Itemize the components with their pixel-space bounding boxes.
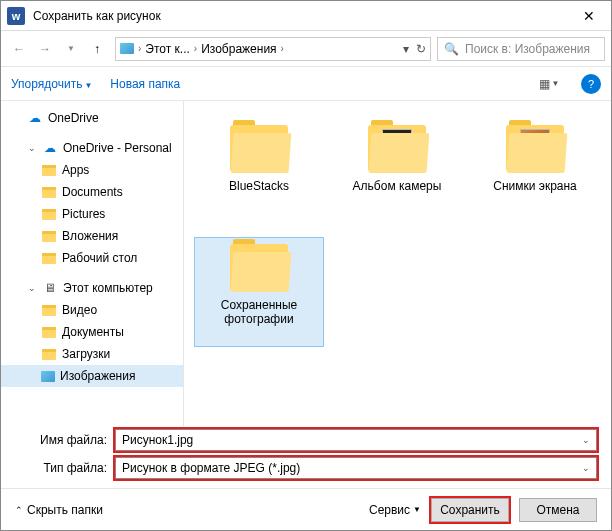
breadcrumb[interactable]: › Этот к... › Изображения › ▾ ↻ bbox=[115, 37, 431, 61]
folder-icon bbox=[230, 125, 288, 171]
folder-icon bbox=[41, 162, 57, 178]
location-icon bbox=[120, 43, 134, 54]
new-folder-button[interactable]: Новая папка bbox=[110, 77, 180, 91]
tree-desktop[interactable]: Рабочий стол bbox=[1, 247, 183, 269]
folder-label: Снимки экрана bbox=[493, 179, 577, 193]
images-icon bbox=[41, 371, 55, 382]
folder-icon bbox=[41, 206, 57, 222]
filename-label: Имя файла: bbox=[15, 433, 107, 447]
breadcrumb-dropdown[interactable]: ▾ ↻ bbox=[403, 42, 426, 56]
folder-label: BlueStacks bbox=[229, 179, 289, 193]
folder-tree[interactable]: ☁OneDrive ⌄☁OneDrive - Personal Apps Doc… bbox=[1, 101, 184, 426]
expand-icon[interactable]: ⌄ bbox=[27, 143, 37, 153]
folder-label: Альбом камеры bbox=[353, 179, 442, 193]
chevron-right-icon: › bbox=[194, 43, 197, 54]
word-app-icon: w bbox=[7, 7, 25, 25]
folder-item-selected[interactable]: Сохраненные фотографии bbox=[194, 237, 324, 347]
help-button[interactable]: ? bbox=[581, 74, 601, 94]
folder-icon bbox=[41, 184, 57, 200]
filename-value: Рисунок1.jpg bbox=[122, 433, 193, 447]
chevron-right-icon: › bbox=[281, 43, 284, 54]
search-input[interactable]: 🔍 Поиск в: Изображения bbox=[437, 37, 605, 61]
chevron-down-icon[interactable]: ⌄ bbox=[582, 463, 590, 473]
filetype-label: Тип файла: bbox=[15, 461, 107, 475]
tree-apps[interactable]: Apps bbox=[1, 159, 183, 181]
breadcrumb-seg-2[interactable]: Изображения bbox=[201, 42, 276, 56]
chevron-up-icon: ⌃ bbox=[15, 505, 23, 515]
toolbar: Упорядочить▼ Новая папка ▦▼ ? bbox=[1, 67, 611, 101]
body: ☁OneDrive ⌄☁OneDrive - Personal Apps Doc… bbox=[1, 101, 611, 426]
chevron-right-icon: › bbox=[138, 43, 141, 54]
tree-docs-ru[interactable]: Документы bbox=[1, 321, 183, 343]
cancel-button[interactable]: Отмена bbox=[519, 498, 597, 522]
chevron-down-icon[interactable]: ⌄ bbox=[582, 435, 590, 445]
tools-button[interactable]: Сервис▼ bbox=[369, 503, 421, 517]
folder-icon bbox=[41, 346, 57, 362]
tree-pictures[interactable]: Pictures bbox=[1, 203, 183, 225]
close-button[interactable]: ✕ bbox=[566, 1, 611, 31]
folder-icon bbox=[41, 302, 57, 318]
folder-label: Сохраненные фотографии bbox=[199, 298, 319, 326]
tree-onedrive[interactable]: ☁OneDrive bbox=[1, 107, 183, 129]
breadcrumb-seg-1[interactable]: Этот к... bbox=[145, 42, 189, 56]
file-pane[interactable]: BlueStacks Альбом камеры Снимки экрана С… bbox=[184, 101, 611, 426]
tree-video[interactable]: Видео bbox=[1, 299, 183, 321]
tree-documents[interactable]: Documents bbox=[1, 181, 183, 203]
filetype-row: Тип файла: Рисунок в формате JPEG (*.jpg… bbox=[1, 454, 611, 482]
view-options-button[interactable]: ▦▼ bbox=[535, 73, 563, 95]
footer: ⌃Скрыть папки Сервис▼ Сохранить Отмена bbox=[1, 488, 611, 530]
cloud-icon: ☁ bbox=[27, 110, 43, 126]
expand-icon[interactable]: ⌄ bbox=[27, 283, 37, 293]
folder-icon bbox=[506, 125, 564, 171]
save-button[interactable]: Сохранить bbox=[431, 498, 509, 522]
forward-button: → bbox=[33, 37, 57, 61]
tree-this-pc[interactable]: ⌄🖥Этот компьютер bbox=[1, 277, 183, 299]
folder-item[interactable]: BlueStacks bbox=[194, 119, 324, 229]
back-button[interactable]: ← bbox=[7, 37, 31, 61]
filetype-value: Рисунок в формате JPEG (*.jpg) bbox=[122, 461, 300, 475]
folder-icon bbox=[41, 228, 57, 244]
filetype-select[interactable]: Рисунок в формате JPEG (*.jpg) ⌄ bbox=[115, 457, 597, 479]
hide-folders-button[interactable]: ⌃Скрыть папки bbox=[15, 503, 103, 517]
tree-images[interactable]: Изображения bbox=[1, 365, 183, 387]
tree-onedrive-personal[interactable]: ⌄☁OneDrive - Personal bbox=[1, 137, 183, 159]
search-placeholder: Поиск в: Изображения bbox=[465, 42, 590, 56]
window-title: Сохранить как рисунок bbox=[33, 9, 566, 23]
titlebar: w Сохранить как рисунок ✕ bbox=[1, 1, 611, 31]
folder-item[interactable]: Снимки экрана bbox=[470, 119, 600, 229]
folder-icon bbox=[41, 324, 57, 340]
filename-row: Имя файла: Рисунок1.jpg ⌄ bbox=[1, 426, 611, 454]
up-button[interactable]: ↑ bbox=[85, 37, 109, 61]
pc-icon: 🖥 bbox=[42, 280, 58, 296]
folder-icon bbox=[41, 250, 57, 266]
organize-button[interactable]: Упорядочить▼ bbox=[11, 77, 92, 91]
tree-attachments[interactable]: Вложения bbox=[1, 225, 183, 247]
search-icon: 🔍 bbox=[444, 42, 459, 56]
folder-item[interactable]: Альбом камеры bbox=[332, 119, 462, 229]
recent-dropdown[interactable]: ▼ bbox=[59, 37, 83, 61]
folder-icon bbox=[368, 125, 426, 171]
cloud-icon: ☁ bbox=[42, 140, 58, 156]
folder-icon bbox=[230, 244, 288, 290]
nav-row: ← → ▼ ↑ › Этот к... › Изображения › ▾ ↻ … bbox=[1, 31, 611, 67]
chevron-down-icon: ▼ bbox=[413, 505, 421, 514]
filename-input[interactable]: Рисунок1.jpg ⌄ bbox=[115, 429, 597, 451]
chevron-down-icon: ▼ bbox=[84, 81, 92, 90]
tree-downloads[interactable]: Загрузки bbox=[1, 343, 183, 365]
